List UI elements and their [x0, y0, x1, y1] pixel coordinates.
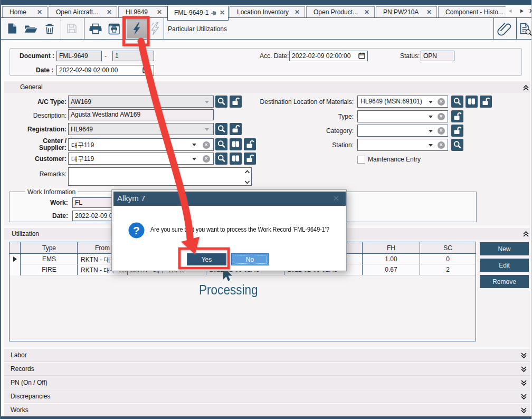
svg-text:?: ?	[133, 224, 140, 236]
